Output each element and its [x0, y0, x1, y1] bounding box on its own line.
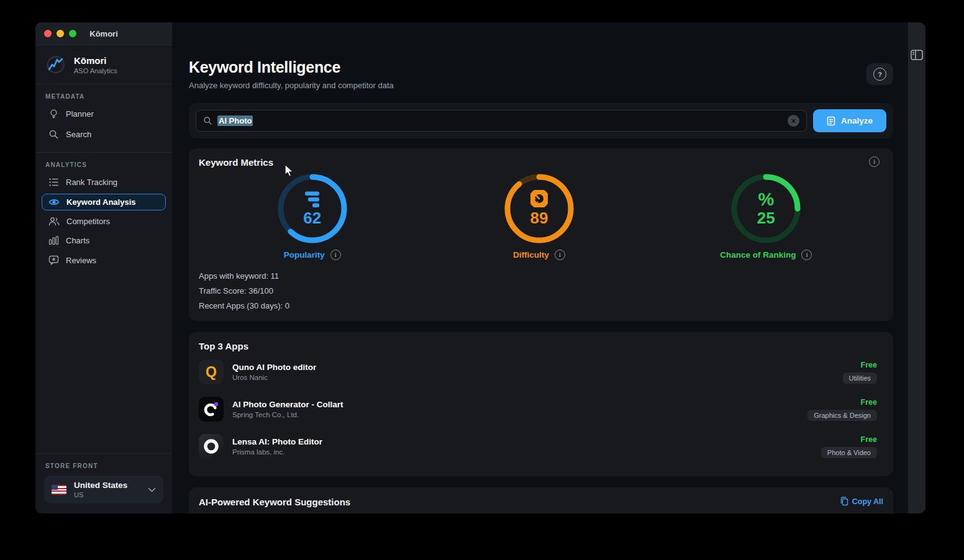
app-name: Lensa AI: Photo Editor	[232, 437, 322, 446]
app-category-chip: Utilities	[843, 373, 877, 384]
sidebar-item-planner[interactable]: Planner	[42, 105, 166, 123]
brand: Kōmori ASO Analytics	[35, 45, 172, 84]
people-icon	[48, 217, 60, 226]
chevron-down-icon	[148, 487, 156, 492]
app-developer: Prisma labs, inc.	[232, 448, 322, 456]
stat-traffic-score: Traffic Score: 36/100	[199, 284, 880, 299]
percent-icon: %	[758, 190, 774, 207]
page-title: Keyword Intelligence	[189, 58, 394, 76]
stat-apps-with-keyword: Apps with keyword: 11	[199, 269, 880, 284]
main-content: Keyword Intelligence Analyze keyword dif…	[172, 22, 908, 513]
quno-q-icon: Q	[199, 359, 224, 384]
chance-of-ranking-value: 25	[757, 209, 775, 228]
lensa-o-icon	[199, 434, 224, 459]
info-icon[interactable]: i	[555, 250, 565, 260]
copy-all-button[interactable]: Copy All	[840, 497, 883, 506]
popularity-gauge: 62 Popularity i	[199, 173, 425, 260]
keyword-search-bar: AI Photo × Analyze	[189, 103, 893, 138]
sidebar: Kōmori Kōmori ASO Analytics METADATA Pla…	[35, 22, 172, 513]
brand-subtitle: ASO Analytics	[74, 67, 117, 75]
stat-recent-apps: Recent Apps (30 days): 0	[199, 299, 880, 314]
app-row[interactable]: AI Photo Generator - Collart Spring Tech…	[199, 397, 877, 422]
clear-search-button[interactable]: ×	[788, 115, 799, 127]
app-price: Free	[861, 361, 877, 369]
toggle-panel-icon[interactable]	[911, 50, 923, 60]
sidebar-item-competitors[interactable]: Competitors	[42, 213, 166, 230]
sidebar-divider	[35, 453, 172, 454]
storefront-selector[interactable]: United States US	[44, 476, 163, 504]
sidebar-divider	[35, 152, 172, 153]
section-label-analytics: ANALYTICS	[45, 161, 162, 168]
difficulty-label: Difficulty	[513, 250, 549, 260]
app-price: Free	[861, 398, 877, 407]
top-apps-title: Top 3 Apps	[199, 341, 877, 351]
copy-all-label: Copy All	[852, 497, 883, 506]
minimize-window-button[interactable]	[57, 30, 64, 37]
info-icon[interactable]: i	[330, 250, 341, 260]
zoom-window-button[interactable]	[69, 30, 76, 37]
speedometer-icon	[530, 190, 548, 207]
section-label-storefront: STORE FRONT	[45, 463, 162, 469]
info-icon[interactable]: i	[801, 250, 812, 260]
chance-of-ranking-label: Chance of Ranking	[720, 250, 796, 260]
help-button[interactable]: ?	[866, 63, 893, 85]
sidebar-item-label: Keyword Analysis	[66, 197, 136, 207]
search-icon	[203, 116, 212, 125]
window-titlebar[interactable]: Kōmori	[35, 22, 172, 45]
sidebar-item-rank-tracking[interactable]: Rank Tracking	[42, 173, 166, 191]
app-price: Free	[861, 435, 877, 444]
chance-of-ranking-gauge: % 25 Chance of Ranking i	[653, 173, 880, 260]
sidebar-item-label: Competitors	[66, 217, 110, 226]
app-name: AI Photo Generator - Collart	[232, 400, 343, 409]
popularity-value: 62	[303, 209, 321, 228]
keyword-search-input[interactable]: AI Photo ×	[196, 110, 807, 132]
storefront-code: US	[74, 491, 127, 499]
sidebar-item-label: Planner	[66, 109, 94, 119]
collart-c-icon	[199, 397, 224, 422]
app-developer: Uros Nanic	[232, 374, 316, 381]
sidebar-item-label: Rank Tracking	[66, 178, 117, 187]
us-flag-icon	[52, 485, 66, 495]
bar-chart-icon	[48, 236, 59, 245]
popularity-label: Popularity	[284, 250, 325, 260]
sidebar-item-charts[interactable]: Charts	[42, 232, 166, 249]
keyword-suggestions-card: AI-Powered Keyword Suggestions Copy All	[189, 487, 893, 513]
analyze-button-label: Analyze	[841, 116, 873, 125]
keyword-metrics-card: Keyword Metrics i	[189, 148, 893, 321]
report-icon	[827, 116, 835, 126]
app-name: Quno AI Photo editor	[232, 363, 316, 372]
right-rail	[908, 22, 925, 513]
sidebar-item-reviews[interactable]: Reviews	[42, 251, 166, 269]
question-circle-icon: ?	[873, 68, 886, 81]
close-window-button[interactable]	[44, 30, 52, 37]
difficulty-value: 89	[530, 209, 548, 228]
search-icon	[48, 129, 59, 140]
eye-icon	[48, 198, 60, 206]
app-developer: Spring Tech Co., Ltd.	[232, 411, 343, 418]
sidebar-item-label: Search	[66, 130, 91, 139]
suggestions-title: AI-Powered Keyword Suggestions	[199, 497, 350, 507]
app-category-chip: Graphics & Design	[807, 410, 877, 421]
lightbulb-icon	[48, 109, 59, 119]
search-query-text: AI Photo	[217, 115, 253, 126]
window-title: Kōmori	[35, 29, 172, 38]
copy-icon	[840, 497, 848, 506]
app-category-chip: Photo & Video	[821, 447, 877, 458]
top-apps-card: Top 3 Apps Q Quno AI Photo editor Uros N…	[189, 332, 893, 476]
analyze-button[interactable]: Analyze	[813, 109, 886, 132]
sidebar-item-label: Charts	[66, 236, 89, 245]
info-icon[interactable]: i	[869, 156, 880, 167]
app-row[interactable]: Q Quno AI Photo editor Uros Nanic Free U…	[199, 359, 877, 384]
bar-chart-icon	[303, 190, 322, 207]
metrics-card-title: Keyword Metrics	[199, 157, 880, 168]
difficulty-gauge: 89 Difficulty i	[425, 173, 652, 260]
storefront-country: United States	[74, 481, 127, 490]
sidebar-item-keyword-analysis[interactable]: Keyword Analysis	[42, 194, 166, 210]
sidebar-item-label: Reviews	[66, 256, 96, 265]
app-window: Kōmori Kōmori ASO Analytics METADATA Pla…	[35, 22, 925, 513]
app-logo-icon	[44, 53, 68, 76]
sidebar-item-search[interactable]: Search	[42, 125, 166, 143]
app-row[interactable]: Lensa AI: Photo Editor Prisma labs, inc.…	[199, 434, 877, 459]
brand-name: Kōmori	[74, 55, 117, 66]
section-label-metadata: METADATA	[45, 93, 162, 100]
